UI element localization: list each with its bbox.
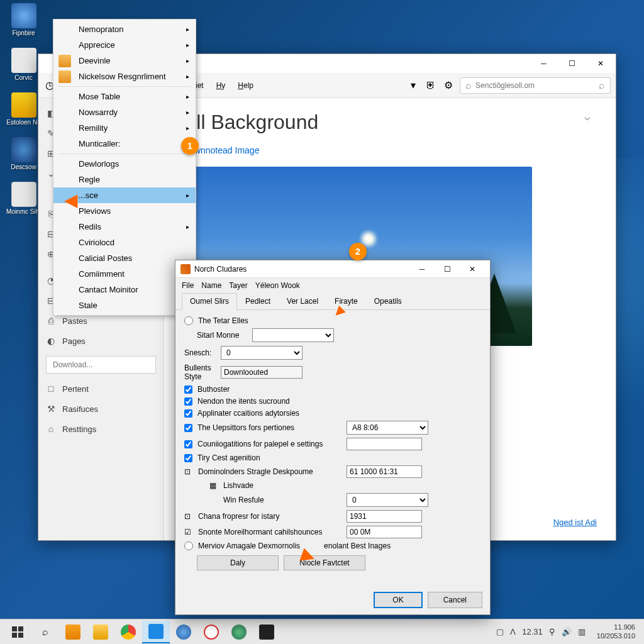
gear-icon[interactable]: ⚙ [442, 79, 455, 92]
tray-up-icon[interactable]: ᐱ [510, 627, 516, 636]
submenu-arrow-icon: ▸ [186, 125, 189, 131]
menu-item[interactable]: Deevinle▸ [53, 53, 196, 69]
checkbox[interactable] [184, 440, 192, 448]
menu-item[interactable]: Nemopraton▸ [53, 21, 196, 37]
svg-rect-4 [12, 626, 17, 631]
taskbar-app-active[interactable] [142, 621, 170, 643]
field-input[interactable] [347, 510, 422, 523]
menu-item[interactable]: Cviriolocd [53, 235, 196, 250]
footer-link[interactable]: Nged ist Adi [553, 518, 597, 527]
menu-item[interactable]: Redils▸ [53, 219, 196, 235]
sidebar-item-pertent[interactable]: □Pertent [38, 379, 164, 399]
tools-icon: ⚒ [46, 404, 56, 414]
taskbar-app-6[interactable] [197, 621, 225, 643]
search-button[interactable]: ⌕ [31, 621, 59, 643]
field-input[interactable] [347, 526, 422, 538]
menu-yeleon[interactable]: Yéleon Wook [255, 281, 300, 290]
maximize-button[interactable]: ☐ [558, 55, 586, 72]
menu-item[interactable]: Nickelsow Resgnrliment▸ [53, 69, 196, 84]
search-input[interactable] [475, 81, 599, 90]
tab-oumel[interactable]: Oumel Slirs [182, 293, 237, 310]
home-icon: ⌂ [46, 424, 56, 434]
niocle-button[interactable]: Niocle Favtctet [284, 555, 365, 570]
menu-item[interactable]: Remility▸ [53, 120, 196, 136]
checkbox[interactable] [184, 386, 192, 394]
bullents-input[interactable] [221, 366, 303, 379]
menu-file[interactable]: File [182, 281, 194, 290]
dialog-minimize-button[interactable]: ─ [409, 261, 435, 277]
dialog-maximize-button[interactable]: ☐ [435, 261, 460, 277]
menu-item[interactable]: Munticaller: [53, 136, 196, 152]
daly-button[interactable]: Daly [197, 555, 279, 570]
tray-time[interactable]: 12.31 [522, 627, 543, 636]
clock[interactable]: 11.906 10/2053.010 [592, 623, 635, 640]
tray-icon[interactable]: ▢ [496, 627, 504, 636]
start-button[interactable] [4, 621, 31, 643]
toolbar-help[interactable]: Help [234, 81, 257, 90]
desktop-icon-descsow[interactable]: Descsow [6, 137, 41, 170]
dropdown-caret-icon[interactable]: ⌵ [584, 111, 591, 123]
dialog-titlebar[interactable]: Norch Cludares ─ ☐ ✕ [175, 260, 490, 278]
tab-pedlect[interactable]: Pedlect [237, 293, 279, 309]
menu-item[interactable]: Nowsarrdy▸ [53, 104, 196, 120]
taskbar-app-1[interactable] [59, 621, 87, 643]
menu-item[interactable]: Regle [53, 172, 196, 187]
minimize-button[interactable]: ─ [530, 55, 558, 72]
icon: ⎙ [46, 316, 56, 326]
dropdown-icon[interactable]: ▾ [407, 79, 419, 92]
sidebar-item-resttings[interactable]: ⌂Resttings [38, 419, 164, 439]
shield-icon[interactable]: ⛨ [425, 79, 437, 92]
field-input[interactable] [347, 438, 422, 450]
field-input[interactable] [347, 465, 422, 478]
ok-button[interactable]: OK [374, 592, 422, 608]
sitarl-select[interactable] [252, 328, 334, 342]
search-box[interactable]: ⌕ ⌕ [460, 77, 611, 94]
menu-name[interactable]: Name [201, 281, 221, 290]
sidebar-item-pages[interactable]: ◐Pages [38, 331, 164, 351]
tray-icon[interactable]: ⚲ [549, 627, 555, 636]
tray-volume-icon[interactable]: 🔊 [562, 627, 572, 636]
field-select[interactable]: A8 8:06 [347, 421, 428, 435]
svg-rect-7 [18, 633, 23, 638]
sidebar-item-rasifuces[interactable]: ⚒Rasifuces [38, 399, 164, 419]
taskbar-app-8[interactable] [253, 621, 280, 643]
radio-merviov[interactable] [184, 541, 193, 550]
checkbox[interactable] [184, 424, 192, 432]
annotation-badge-1: 1 [181, 137, 199, 155]
submenu-arrow-icon: ▸ [186, 26, 189, 33]
download-image-link[interactable]: Downnotead Image [183, 145, 597, 155]
desktop-icons: Fipnbire Corvic Estoloen No Descsow Moin… [6, 3, 41, 226]
menu-item[interactable]: Apprecice▸ [53, 37, 196, 53]
close-button[interactable]: ✕ [586, 55, 614, 72]
taskbar-app-explorer[interactable] [87, 621, 114, 643]
tab-verlacel[interactable]: Ver Lacel [279, 293, 326, 309]
cancel-button[interactable]: Cancel [428, 592, 482, 608]
field-select[interactable]: 0 [347, 493, 428, 507]
svg-rect-5 [18, 626, 23, 631]
desktop-icon-corvic[interactable]: Corvic [6, 48, 41, 81]
desktop-icon-moinmc[interactable]: Moinmc Siht [6, 182, 41, 215]
desktop-icon-estoloen[interactable]: Estoloen No [6, 92, 41, 126]
download-input[interactable] [46, 356, 156, 374]
checkbox[interactable] [184, 409, 192, 418]
tray-icon[interactable]: ▥ [578, 627, 586, 636]
dialog-close-button[interactable]: ✕ [460, 261, 485, 277]
menu-tayer[interactable]: Tayer [229, 281, 247, 290]
tab-opeatils[interactable]: Opeatils [366, 293, 410, 309]
submenu-arrow-icon: ▸ [186, 57, 189, 64]
taskbar-app-chrome[interactable] [114, 621, 142, 643]
menu-item[interactable]: Dewlorlogs [53, 156, 196, 172]
menu-item[interactable]: Mose Table▸ [53, 89, 196, 104]
taskbar-app-7[interactable] [225, 621, 253, 643]
dialog-title-icon [180, 264, 191, 274]
checkbox[interactable] [184, 454, 192, 462]
search-go-icon[interactable]: ⌕ [599, 80, 605, 91]
taskbar-app-5[interactable] [170, 621, 197, 643]
toolbar-hy[interactable]: Hy [213, 81, 230, 90]
slesch-select[interactable]: 0 [221, 346, 303, 360]
checkbox[interactable] [184, 397, 192, 406]
radio-tetar[interactable] [184, 316, 193, 325]
icon: ◐ [46, 336, 56, 346]
desktop-icon-fipnbire[interactable]: Fipnbire [6, 3, 41, 36]
system-tray: ▢ ᐱ 12.31 ⚲ 🔊 ▥ 11.906 10/2053.010 [496, 623, 640, 640]
